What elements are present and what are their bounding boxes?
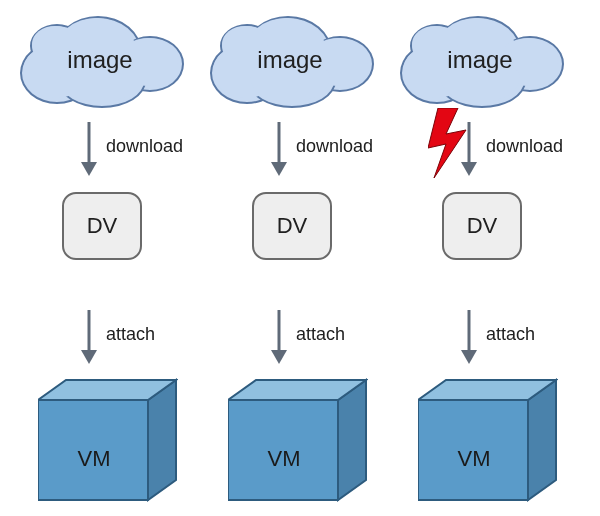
vm-label: VM (38, 446, 150, 472)
arrow-down-icon (74, 306, 104, 366)
svg-marker-3 (81, 350, 97, 364)
dv-label: DV (277, 213, 308, 239)
arrow-down-icon (74, 118, 104, 178)
arrow-label: attach (106, 324, 155, 345)
arrow-down-icon (454, 306, 484, 366)
arrow-label: download (486, 136, 563, 157)
svg-marker-8 (271, 162, 287, 176)
vm-cube-2: VM (228, 370, 368, 510)
column-1: image download DV attach VM (0, 0, 200, 516)
cloud-image-1: image (20, 14, 180, 104)
vm-cube-1: VM (38, 370, 178, 510)
dv-box-1: DV (62, 192, 142, 260)
arrow-label: download (106, 136, 183, 157)
diagram-stage: image download DV attach VM (0, 0, 600, 516)
dv-label: DV (467, 213, 498, 239)
cube-icon (228, 370, 368, 510)
column-2: image download DV attach VM (190, 0, 390, 516)
svg-marker-10 (271, 350, 287, 364)
vm-cube-3: VM (418, 370, 558, 510)
cloud-image-2: image (210, 14, 370, 104)
dv-label: DV (87, 213, 118, 239)
cube-icon (418, 370, 558, 510)
cloud-label: image (400, 46, 560, 74)
svg-marker-18 (461, 350, 477, 364)
arrow-down-icon (264, 306, 294, 366)
vm-label: VM (228, 446, 340, 472)
cloud-label: image (20, 46, 180, 74)
cube-icon (38, 370, 178, 510)
cloud-label: image (210, 46, 370, 74)
arrow-down-icon (264, 118, 294, 178)
column-3: image download DV attach (380, 0, 580, 516)
arrow-label: download (296, 136, 373, 157)
arrow-label: attach (296, 324, 345, 345)
svg-marker-14 (428, 108, 466, 178)
svg-marker-1 (81, 162, 97, 176)
dv-box-2: DV (252, 192, 332, 260)
cloud-image-3: image (400, 14, 560, 104)
arrow-label: attach (486, 324, 535, 345)
vm-label: VM (418, 446, 530, 472)
lightning-bolt-icon (428, 108, 474, 178)
dv-box-3: DV (442, 192, 522, 260)
